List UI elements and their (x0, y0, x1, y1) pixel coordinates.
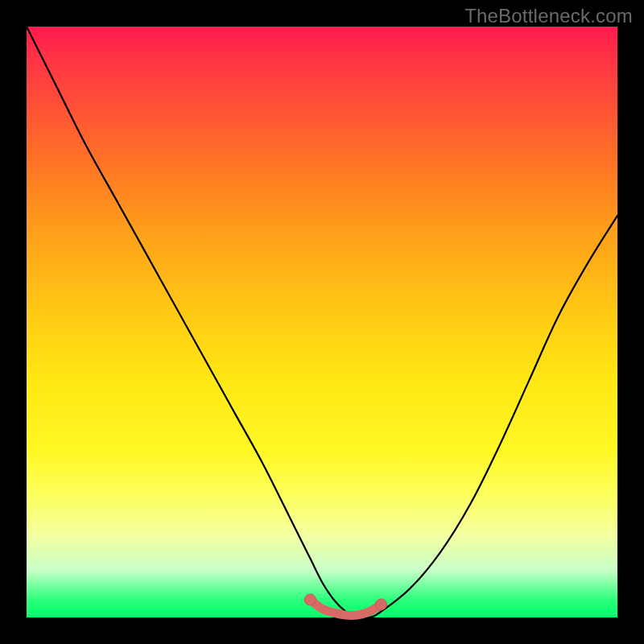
bottleneck-curve-path (27, 27, 617, 618)
bottom-marker-end (375, 599, 386, 610)
watermark-text: TheBottleneck.com (464, 5, 633, 27)
bottom-marker-group (304, 594, 386, 616)
curve-svg (27, 27, 617, 617)
bottom-marker-connector (310, 600, 381, 616)
bottom-marker-start (304, 594, 316, 605)
chart-frame: TheBottleneck.com (0, 0, 644, 644)
plot-area (27, 27, 617, 617)
